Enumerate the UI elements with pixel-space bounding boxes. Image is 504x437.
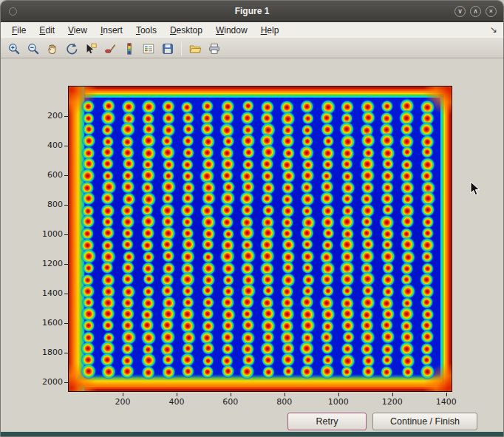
pan-hand-icon (46, 42, 59, 55)
insert-colorbar-button[interactable] (120, 41, 138, 57)
zoom-in-button[interactable] (5, 41, 23, 57)
menu-tools[interactable]: Tools (129, 23, 163, 38)
data-cursor-button[interactable] (82, 41, 100, 57)
insert-legend-button[interactable] (140, 41, 157, 57)
x-tick-label: 1400 (436, 397, 457, 407)
menubar: File Edit View Insert Tools Desktop Wind… (1, 22, 503, 39)
y-tick-mark (64, 205, 68, 206)
figure-toolbar (1, 39, 503, 58)
x-tick-label: 1000 (328, 397, 349, 407)
x-tick-mark (446, 393, 447, 396)
y-tick-label: 1400 (1, 288, 63, 298)
y-tick-mark (64, 234, 68, 235)
y-tick-mark (64, 146, 68, 146)
window-controls: ∨ ∧ × (454, 6, 497, 17)
minimize-button[interactable]: ∨ (454, 6, 466, 17)
retry-button[interactable]: Retry (287, 413, 367, 430)
open-file-button[interactable] (186, 41, 204, 57)
x-tick-mark (177, 393, 177, 396)
y-tick-mark (64, 116, 68, 117)
y-tick-label: 1200 (1, 259, 63, 268)
x-tick-label: 400 (168, 397, 184, 407)
menu-help[interactable]: Help (254, 23, 286, 38)
rotate-3d-icon (65, 42, 78, 55)
y-tick-mark (64, 382, 68, 383)
y-tick-label: 1600 (1, 318, 63, 328)
print-figure-button[interactable] (205, 41, 223, 57)
x-tick-mark (123, 393, 123, 396)
menu-insert[interactable]: Insert (94, 23, 129, 38)
y-tick-mark (64, 353, 68, 353)
figure-window: Figure 1 ∨ ∧ × File Edit View Insert Too… (0, 0, 504, 437)
save-figure-button[interactable] (159, 41, 177, 57)
print-icon (208, 42, 221, 55)
y-tick-label: 200 (1, 111, 63, 121)
legend-icon (142, 42, 155, 55)
x-tick-mark (338, 393, 339, 396)
rotate-3d-button[interactable] (63, 41, 81, 57)
x-tick-label: 800 (276, 397, 292, 407)
maximize-button[interactable]: ∧ (470, 6, 481, 17)
toolbar-separator (181, 42, 182, 55)
y-tick-label: 400 (1, 140, 63, 150)
y-tick-mark (64, 175, 68, 176)
close-button[interactable]: × (486, 6, 497, 17)
y-tick-mark (64, 294, 68, 294)
y-tick-label: 600 (1, 170, 63, 180)
plot-image[interactable] (69, 87, 452, 391)
y-tick-mark (64, 264, 68, 265)
continue-finish-button[interactable]: Continue / Finish (372, 413, 477, 430)
window-title: Figure 1 (1, 6, 503, 16)
brush-icon (103, 42, 117, 55)
y-tick-label: 1800 (1, 348, 63, 357)
zoom-out-button[interactable] (24, 41, 42, 57)
y-tick-label: 2000 (1, 377, 63, 387)
x-tick-mark (231, 393, 231, 396)
save-icon (161, 42, 174, 55)
desktop: Figure 1 ∨ ∧ × File Edit View Insert Too… (0, 0, 504, 437)
x-tick-label: 1200 (382, 397, 403, 407)
y-tick-label: 800 (1, 200, 63, 209)
menu-edit[interactable]: Edit (33, 23, 61, 38)
brush-button[interactable] (101, 41, 119, 57)
zoom-in-icon (7, 42, 21, 55)
titlebar[interactable]: Figure 1 ∨ ∧ × (1, 1, 503, 22)
dock-figure-icon[interactable]: ↘ (490, 24, 497, 35)
figure-canvas-area: Retry Continue / Finish 2004006008001000… (1, 58, 503, 433)
data-cursor-icon (84, 42, 98, 55)
colorbar-icon (123, 42, 136, 55)
y-tick-label: 1000 (1, 229, 63, 239)
plot-axes (68, 86, 452, 392)
menu-file[interactable]: File (5, 23, 33, 38)
x-tick-label: 600 (222, 397, 238, 407)
y-tick-mark (64, 323, 68, 324)
menu-view[interactable]: View (61, 23, 94, 38)
window-bottom-border (1, 432, 503, 436)
zoom-out-icon (27, 42, 40, 55)
menu-window[interactable]: Window (209, 23, 254, 38)
x-tick-mark (392, 393, 393, 396)
x-tick-label: 200 (115, 397, 130, 407)
pan-button[interactable] (44, 41, 61, 57)
menu-desktop[interactable]: Desktop (163, 23, 209, 38)
open-folder-icon (188, 42, 202, 55)
x-tick-mark (285, 393, 285, 396)
